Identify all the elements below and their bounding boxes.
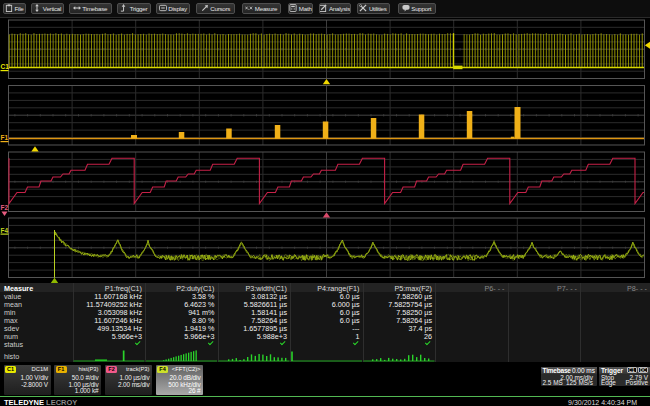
svg-text:F4: F4 xyxy=(1,227,9,234)
svg-text:F1: F1 xyxy=(1,134,9,141)
svg-text:C1: C1 xyxy=(1,63,10,70)
svg-text:F2: F2 xyxy=(1,204,9,211)
